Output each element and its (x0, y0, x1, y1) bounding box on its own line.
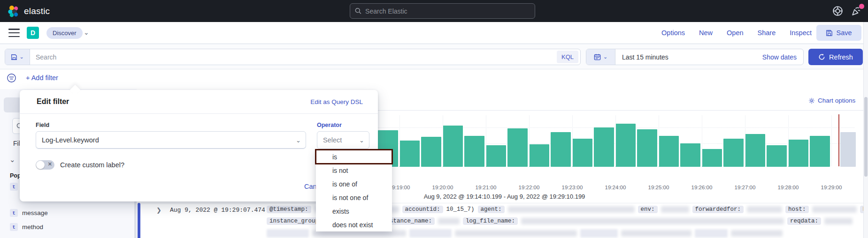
elastic-logo[interactable]: elastic (8, 0, 50, 22)
chevron-down-icon[interactable]: ⌄ (9, 156, 15, 164)
breadcrumb-caret-icon[interactable]: ⌄ (84, 29, 89, 36)
top-menu-link-options[interactable]: Options (661, 29, 685, 37)
global-search-input[interactable] (365, 7, 530, 15)
switch-knob (36, 161, 45, 169)
top-menu-link-open[interactable]: Open (727, 29, 743, 37)
doc-field-badge: instance_group (267, 217, 322, 225)
operator-option-does-not-exist[interactable]: does not exist (316, 218, 392, 231)
chart-options-button[interactable]: Chart options (808, 97, 855, 104)
x-axis-tick-label: 19:25:00 (648, 185, 669, 190)
query-search-input[interactable] (30, 53, 557, 61)
documents-table: ❯ Aug 9, 2022 @ 19:29:07.474 @timestamp:… (141, 203, 868, 238)
operator-option-exists[interactable]: exists (316, 204, 392, 218)
redacted-value (580, 229, 618, 238)
redacted-value (409, 229, 452, 238)
histogram-bar-19:20:00[interactable] (443, 126, 463, 167)
operator-option-is-not[interactable]: is not (316, 164, 392, 177)
notification-dot (859, 4, 864, 9)
top-menu-link-share[interactable]: Share (758, 29, 776, 37)
histogram-bar-19:27:30[interactable] (767, 145, 787, 167)
doc-field-badge: log_file_name: (463, 217, 518, 225)
histogram-bar-19:19:00[interactable] (399, 141, 420, 167)
field-select[interactable]: Log-Level.keyword ⌄ (36, 131, 306, 149)
redacted-value (521, 218, 784, 224)
gridline (831, 115, 832, 166)
refresh-icon (818, 53, 825, 60)
add-filter-link[interactable]: + Add filter (26, 74, 58, 82)
redacted-value (695, 229, 728, 238)
date-quick-select-button[interactable]: ⌄ (586, 49, 615, 65)
edit-as-query-dsl-link[interactable]: Edit as Query DSL (310, 98, 363, 105)
histogram-bar-19:27:00[interactable] (745, 134, 765, 167)
operator-option-is-not-one-of[interactable]: is not one of (316, 191, 392, 204)
space-badge[interactable]: D (27, 27, 39, 39)
gridline (443, 115, 443, 166)
histogram-bar-19:24:00[interactable] (615, 124, 636, 167)
histogram-bar-19:21:30[interactable] (507, 128, 528, 167)
redacted-value (812, 206, 857, 213)
histogram-bar-19:24:30[interactable] (637, 129, 657, 167)
gridline (659, 115, 659, 166)
field-name: message (22, 209, 48, 216)
histogram-bar-19:28:30[interactable] (810, 136, 830, 167)
query-language-button[interactable]: KQL (557, 51, 578, 63)
operator-option-is-one-of[interactable]: is one of (316, 177, 392, 191)
custom-label-switch[interactable]: ✕ (36, 160, 54, 170)
redacted-value (438, 218, 460, 224)
histogram-bar-19:25:30[interactable] (680, 143, 700, 167)
histogram-bar-19:26:00[interactable] (702, 149, 722, 167)
gridline (745, 115, 745, 166)
x-axis-tick-label: 19:24:00 (605, 185, 626, 190)
divider (20, 113, 378, 114)
sidebar-resizer[interactable] (134, 201, 137, 238)
elastic-logo-icon (8, 5, 20, 17)
page-scrollbar[interactable] (863, 22, 868, 238)
global-search[interactable] (350, 3, 535, 19)
gridline (572, 115, 573, 166)
histogram-bar-19:20:30[interactable] (464, 136, 484, 167)
histogram-bar-19:21:00[interactable] (486, 145, 506, 167)
custom-label-toggle-row: ✕ Create custom label? (36, 160, 124, 170)
refresh-button[interactable]: Refresh (808, 49, 863, 65)
query-bar: ⌄ KQL ⌄ Last 15 minutes Show dates (0, 44, 868, 69)
operator-option-is[interactable]: is (316, 150, 392, 164)
saved-query-icon (11, 54, 17, 60)
time-range-value[interactable]: Last 15 minutes (615, 53, 762, 61)
field-item-message[interactable]: tmessage (10, 209, 48, 217)
discover-app: elastic D Discover ⌄ (0, 0, 868, 238)
field-type-badge: t (10, 223, 18, 231)
top-menu-link-new[interactable]: New (699, 29, 713, 37)
histogram-bar-19:19:30[interactable] (421, 137, 441, 167)
menu-hamburger-icon[interactable] (8, 29, 20, 37)
operator-select[interactable]: Select ⌄ (317, 131, 369, 149)
scrollbar-thumb[interactable] (864, 97, 868, 177)
histogram-bar-19:23:00[interactable] (572, 139, 592, 167)
x-axis-tick-label: 19:27:00 (735, 185, 756, 190)
doc-field-badge: @timestamp: (267, 206, 311, 213)
expand-row-chevron[interactable]: ❯ (156, 207, 161, 214)
breadcrumb-discover[interactable]: Discover (46, 27, 83, 39)
top-menu-link-inspect[interactable]: Inspect (790, 29, 812, 37)
redacted-value (661, 206, 689, 213)
sidebar-scrollbar[interactable] (138, 203, 140, 238)
x-axis-tick-label: 19:21:00 (476, 185, 497, 190)
histogram-bar-19:23:30[interactable] (594, 127, 614, 167)
x-axis-tick-label: 19:19:00 (389, 185, 410, 190)
histogram-partial-bucket[interactable] (840, 132, 856, 167)
redacted-value (621, 230, 691, 237)
histogram-bar-19:28:00[interactable] (788, 140, 808, 167)
field-item-method[interactable]: tmethod (10, 223, 43, 231)
chevron-down-icon: ⌄ (359, 137, 364, 144)
help-icon[interactable] (832, 5, 844, 17)
histogram-bar-19:22:00[interactable] (529, 144, 549, 167)
current-time-line (838, 114, 839, 166)
histogram-bar-19:22:30[interactable] (551, 132, 571, 167)
saved-query-menu-button[interactable]: ⌄ (5, 49, 30, 65)
save-button[interactable]: Save (816, 25, 861, 41)
operator-label: Operator (317, 122, 342, 128)
show-dates-link[interactable]: Show dates (762, 53, 803, 61)
histogram-bar-19:25:00[interactable] (659, 136, 679, 167)
field-name: method (22, 223, 43, 231)
filter-menu-icon[interactable] (7, 73, 16, 83)
histogram-bar-19:26:30[interactable] (723, 139, 744, 167)
